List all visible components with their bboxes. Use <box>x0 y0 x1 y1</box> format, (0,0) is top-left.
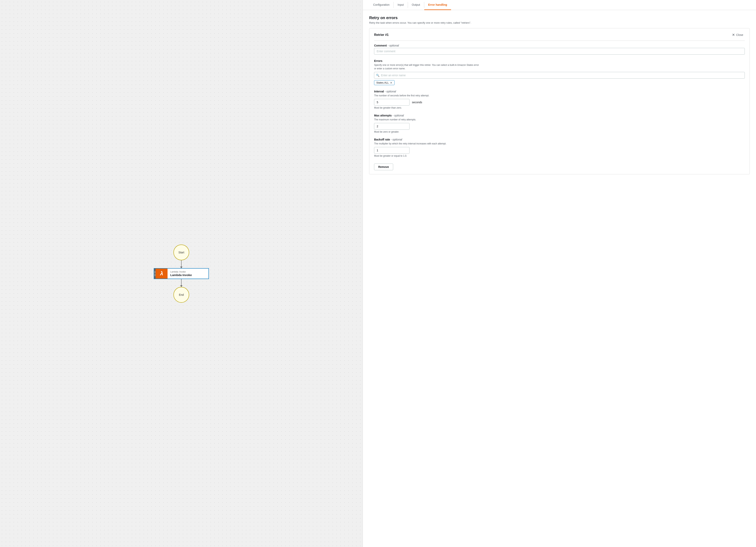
error-search-wrapper: 🔍 <box>374 72 745 79</box>
comment-field-group: Comment - optional <box>374 44 745 55</box>
tab-input[interactable]: Input <box>394 0 408 10</box>
search-icon: 🔍 <box>376 74 379 77</box>
comment-label: Comment - optional <box>374 44 745 47</box>
error-tags-container: States.ALL ✕ <box>374 80 745 85</box>
backoff-rate-label-text: Backoff rate <box>374 138 390 141</box>
states-all-tag: States.ALL ✕ <box>374 80 395 85</box>
comment-optional-text: - optional <box>388 44 399 47</box>
tab-configuration[interactable]: Configuration <box>369 0 393 10</box>
pause-bar-1 <box>155 271 155 273</box>
backoff-rate-input[interactable] <box>374 147 409 154</box>
workflow-canvas: Start λ Lambda: Invoke Lambda Invoke End <box>0 0 363 547</box>
lambda-icon-box: λ <box>156 268 168 279</box>
backoff-rate-label: Backoff rate - optional <box>374 138 745 141</box>
end-node: End <box>173 287 189 303</box>
interval-unit: seconds <box>412 101 422 104</box>
tabs-bar: Configuration Input Output Error handlin… <box>363 0 756 10</box>
interval-optional-text: - optional <box>385 90 396 93</box>
section-title: Retry on errors <box>369 16 750 20</box>
max-attempts-label: Max attempts - optional <box>374 114 745 117</box>
errors-field-group: Errors Specify one or more error(s) that… <box>374 59 745 85</box>
config-panel: Configuration Input Output Error handlin… <box>363 0 756 547</box>
comment-input[interactable] <box>374 48 745 55</box>
tab-output[interactable]: Output <box>408 0 424 10</box>
max-attempts-optional-text: - optional <box>393 114 404 117</box>
lambda-content: Lambda: Invoke Lambda Invoke <box>168 268 195 279</box>
errors-desc-line1: Specify one or more error(s) that will t… <box>374 64 479 66</box>
lambda-title: Lambda Invoke <box>170 273 192 277</box>
arrow-start-to-lambda <box>181 260 182 268</box>
start-label: Start <box>178 251 184 254</box>
close-label: Close <box>736 33 743 36</box>
panel-content: Retry on errors Retry the task when erro… <box>363 10 756 547</box>
workflow-diagram: Start λ Lambda: Invoke Lambda Invoke End <box>154 244 209 303</box>
arrow-lambda-to-end <box>181 279 182 287</box>
errors-label: Errors <box>374 59 745 62</box>
backoff-rate-hint: Must be greater or equal to 1.0. <box>374 154 745 157</box>
interval-desc: The number of seconds before the first r… <box>374 94 745 97</box>
section-desc: Retry the task when errors occur. You ca… <box>369 21 750 24</box>
error-search-input[interactable] <box>374 72 745 79</box>
interval-field-group: Interval - optional The number of second… <box>374 90 745 109</box>
pause-indicator <box>154 268 156 279</box>
lambda-symbol: λ <box>160 270 163 277</box>
errors-desc-line2: or enter a custom error name. <box>374 67 405 70</box>
comment-label-text: Comment <box>374 44 387 47</box>
states-all-tag-remove[interactable]: ✕ <box>390 81 392 84</box>
interval-label-text: Interval <box>374 90 384 93</box>
errors-desc: Specify one or more error(s) that will t… <box>374 63 745 70</box>
backoff-rate-desc: The multiplier by which the retry interv… <box>374 142 745 145</box>
lambda-invoke-node[interactable]: λ Lambda: Invoke Lambda Invoke <box>154 268 209 279</box>
max-attempts-field-group: Max attempts - optional The maximum numb… <box>374 114 745 133</box>
interval-label: Interval - optional <box>374 90 745 93</box>
states-all-tag-label: States.ALL <box>376 81 389 84</box>
remove-button[interactable]: Remove <box>374 163 393 170</box>
close-button[interactable]: ✕ Close <box>730 32 745 37</box>
end-label: End <box>179 293 184 297</box>
backoff-rate-optional-text: - optional <box>391 138 402 141</box>
max-attempts-hint: Must be zero or greater. <box>374 130 745 133</box>
interval-input[interactable] <box>374 99 409 106</box>
max-attempts-label-text: Max attempts <box>374 114 392 117</box>
close-icon: ✕ <box>732 33 735 37</box>
retrier-card: Retrier #1 ✕ Close Comment - optional Er… <box>369 28 750 174</box>
interval-input-row: seconds <box>374 99 745 106</box>
pause-bar-2 <box>155 274 155 276</box>
tab-error-handling[interactable]: Error handling <box>424 0 451 10</box>
start-node: Start <box>173 244 189 260</box>
max-attempts-input[interactable] <box>374 123 409 130</box>
lambda-subtitle: Lambda: Invoke <box>170 270 192 273</box>
retrier-title: Retrier #1 <box>374 33 389 37</box>
interval-hint: Must be greater than zero. <box>374 106 745 109</box>
retrier-header: Retrier #1 ✕ Close <box>374 32 745 41</box>
backoff-rate-field-group: Backoff rate - optional The multiplier b… <box>374 138 745 157</box>
max-attempts-desc: The maximum number of retry attempts. <box>374 118 745 121</box>
